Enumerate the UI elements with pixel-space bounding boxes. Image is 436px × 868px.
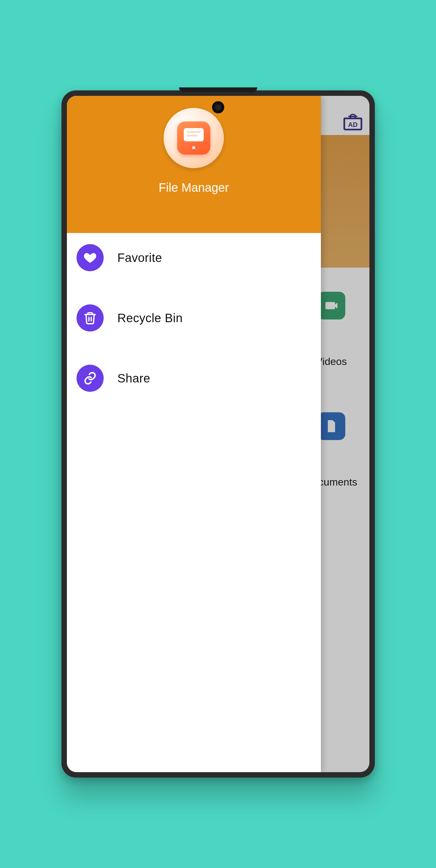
drawer-list: Favorite Recycle Bin	[67, 233, 321, 433]
trash-icon	[76, 304, 104, 332]
drawer-title: File Manager	[158, 181, 229, 194]
app-logo	[164, 108, 224, 168]
drawer-item-recycle-bin[interactable]: Recycle Bin	[75, 303, 312, 333]
folder-icon	[177, 121, 210, 155]
drawer-item-share[interactable]: Share	[75, 363, 312, 393]
phone-screen: AD Videos Documents	[67, 96, 369, 772]
drawer-item-favorite[interactable]: Favorite	[75, 243, 312, 273]
heart-icon	[76, 244, 104, 271]
phone-frame: AD Videos Documents	[61, 90, 375, 778]
drawer-header: File Manager	[67, 96, 321, 233]
navigation-drawer: File Manager Favorite	[67, 96, 321, 772]
link-icon	[76, 365, 104, 392]
drawer-item-label: Favorite	[118, 251, 162, 265]
video-icon	[318, 292, 345, 319]
camera-punch-hole	[212, 101, 224, 113]
drawer-item-label: Share	[118, 372, 150, 385]
drawer-item-label: Recycle Bin	[118, 311, 183, 325]
ad-label: AD	[348, 121, 357, 128]
ad-gift-icon[interactable]: AD	[342, 113, 363, 130]
document-icon	[318, 412, 345, 440]
